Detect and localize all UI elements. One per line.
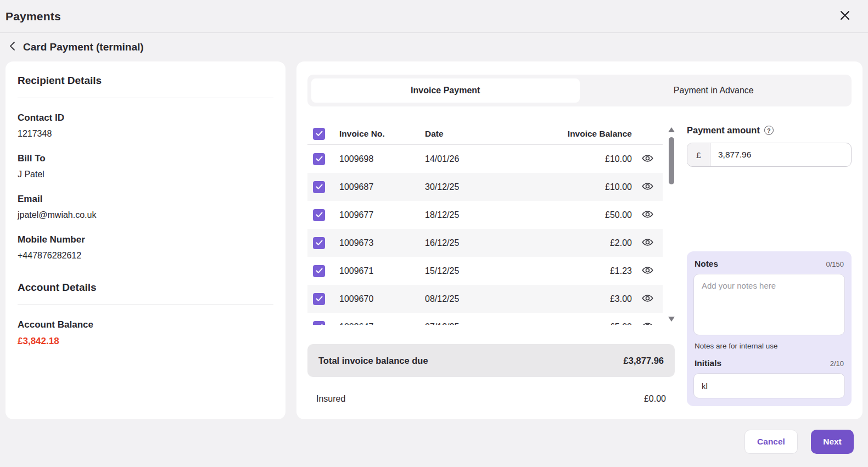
total-balance-label: Total invoice balance due (318, 356, 428, 366)
notes-label: Notes (695, 259, 718, 269)
notes-counter: 0/150 (826, 260, 844, 268)
next-button[interactable]: Next (811, 430, 854, 454)
account-balance-value: £3,842.18 (18, 336, 273, 347)
payment-type-tabs: Invoice PaymentPayment in Advance (307, 75, 852, 106)
invoice-payment-card: Invoice PaymentPayment in Advance Invoic… (296, 61, 863, 419)
select-all-checkbox[interactable] (313, 128, 325, 140)
breadcrumb-label: Card Payment (terminal) (23, 41, 144, 53)
invoice-no: 1009687 (339, 182, 425, 192)
invoice-row[interactable]: 1009677 18/12/25 £50.00 (307, 201, 663, 229)
divider (18, 98, 273, 98)
invoice-list: Invoice No. Date Invoice Balance 1009698… (307, 123, 675, 325)
invoice-row[interactable]: 1009673 16/12/25 £2.00 (307, 229, 663, 257)
invoice-row[interactable]: 1009687 30/12/25 £10.00 (307, 173, 663, 201)
field-value: jpatel@mwiah.co.uk (18, 210, 273, 220)
recipient-field: Bill To J Patel (18, 153, 273, 179)
invoice-column: Invoice No. Date Invoice Balance 1009698… (307, 123, 675, 410)
invoice-row[interactable]: 1009670 08/12/25 £3.00 (307, 285, 663, 313)
tab-invoice-payment[interactable]: Invoice Payment (311, 78, 580, 103)
invoice-balance: £3.00 (540, 294, 632, 304)
account-details-title: Account Details (18, 282, 273, 294)
modal-header: Payments (0, 0, 868, 33)
invoice-row[interactable]: 1009647 07/12/25 £5.00 (307, 313, 663, 325)
invoice-row[interactable]: 1009698 14/01/26 £10.00 (307, 145, 663, 173)
breadcrumb[interactable]: Card Payment (terminal) (0, 33, 868, 61)
view-invoice-button[interactable] (641, 236, 654, 250)
insured-row: Insured £0.00 (307, 388, 675, 410)
recipient-field: Email jpatel@mwiah.co.uk (18, 194, 273, 220)
invoice-table-header: Invoice No. Date Invoice Balance (307, 123, 663, 145)
view-invoice-button[interactable] (641, 152, 654, 166)
scrollbar[interactable] (668, 123, 675, 325)
invoice-date: 30/12/25 (425, 182, 540, 192)
invoice-balance: £50.00 (540, 210, 632, 220)
total-balance-value: £3,877.96 (624, 356, 664, 366)
invoice-date: 07/12/25 (425, 322, 540, 325)
invoice-date: 14/01/26 (425, 154, 540, 164)
tab-payment-in-advance[interactable]: Payment in Advance (580, 78, 848, 103)
page-title: Payments (5, 10, 61, 23)
divider (18, 305, 273, 305)
notes-panel: Notes 0/150 Notes are for internal use I… (687, 251, 852, 406)
row-checkbox[interactable] (313, 153, 325, 165)
row-checkbox[interactable] (313, 209, 325, 221)
invoice-date: 15/12/25 (425, 266, 540, 276)
initials-counter: 2/10 (830, 359, 844, 368)
invoice-rows: 1009698 14/01/26 £10.00 1009687 30/12/25… (307, 145, 663, 325)
scrollbar-thumb[interactable] (669, 137, 674, 184)
field-label: Email (18, 194, 273, 205)
invoice-balance: £1.23 (540, 266, 632, 276)
payment-amount-input[interactable] (710, 143, 851, 166)
column-date: Date (425, 129, 540, 139)
row-checkbox[interactable] (313, 293, 325, 305)
field-label: Contact ID (18, 112, 273, 123)
payment-content: Invoice No. Date Invoice Balance 1009698… (307, 123, 852, 410)
view-invoice-button[interactable] (641, 208, 654, 222)
recipient-details-card: Recipient Details Contact ID 1217348 Bil… (5, 61, 285, 419)
field-value: +447876282612 (18, 251, 273, 261)
field-value: 1217348 (18, 129, 273, 139)
column-invoice-no: Invoice No. (339, 129, 425, 139)
eye-icon (641, 152, 654, 166)
close-button[interactable] (836, 8, 854, 25)
invoice-balance: £5.00 (540, 322, 632, 325)
invoice-row[interactable]: 1009671 15/12/25 £1.23 (307, 257, 663, 285)
scroll-up-icon[interactable] (668, 127, 675, 132)
invoice-no: 1009670 (339, 294, 425, 304)
view-invoice-button[interactable] (641, 320, 654, 325)
payment-amount-field: £ (687, 143, 852, 167)
invoice-balance: £10.00 (540, 154, 632, 164)
initials-input[interactable] (693, 373, 845, 398)
currency-prefix: £ (687, 143, 710, 166)
help-icon[interactable]: ? (764, 126, 774, 135)
row-checkbox[interactable] (313, 265, 325, 277)
cancel-button[interactable]: Cancel (744, 430, 798, 454)
invoice-no: 1009698 (339, 154, 425, 164)
recipient-field: Contact ID 1217348 (18, 112, 273, 139)
row-checkbox[interactable] (313, 237, 325, 249)
notes-textarea[interactable] (693, 274, 845, 335)
view-invoice-button[interactable] (641, 292, 654, 306)
notes-helper-text: Notes are for internal use (693, 342, 845, 350)
view-invoice-button[interactable] (641, 264, 654, 278)
column-invoice-balance: Invoice Balance (540, 129, 632, 139)
invoice-no: 1009671 (339, 266, 425, 276)
eye-icon (641, 236, 654, 250)
eye-icon (641, 208, 654, 222)
invoice-no: 1009677 (339, 210, 425, 220)
initials-label: Initials (695, 358, 721, 368)
eye-icon (641, 264, 654, 278)
recipient-details-title: Recipient Details (18, 75, 273, 87)
scroll-down-icon[interactable] (668, 317, 675, 322)
row-checkbox[interactable] (313, 321, 325, 325)
invoice-balance: £10.00 (540, 182, 632, 192)
account-balance-label: Account Balance (18, 319, 273, 330)
view-invoice-button[interactable] (641, 180, 654, 194)
invoice-no: 1009673 (339, 238, 425, 248)
modal-footer: Cancel Next (0, 419, 868, 467)
total-balance-bar: Total invoice balance due £3,877.96 (307, 344, 675, 377)
row-checkbox[interactable] (313, 181, 325, 193)
invoice-no: 1009647 (339, 322, 425, 325)
invoice-date: 18/12/25 (425, 210, 540, 220)
payments-modal: Payments Card Payment (terminal) Recipie… (0, 0, 868, 467)
